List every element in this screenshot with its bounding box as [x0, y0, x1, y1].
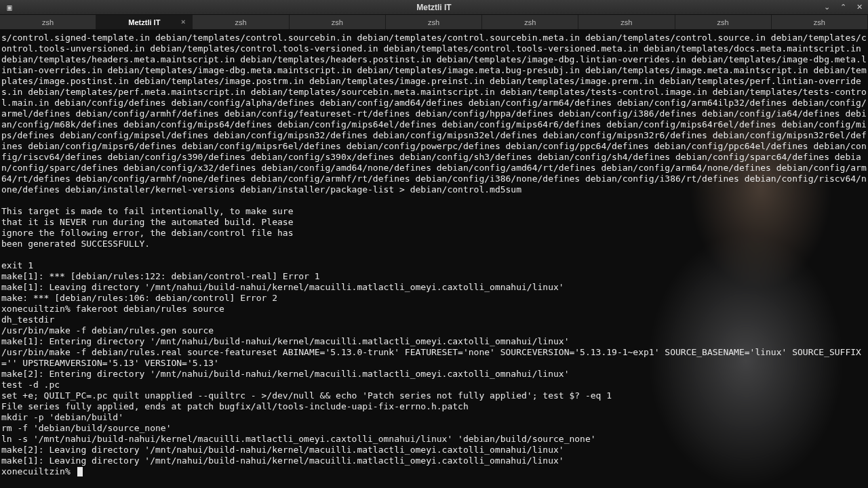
- output-line: This target is made to fail intentionall…: [1, 206, 293, 216]
- output-line: File series fully applied, ends at patch…: [1, 401, 469, 411]
- output-line: make[1]: Leaving directory '/mnt/nahui/b…: [1, 282, 564, 292]
- output-line: make[2]: Leaving directory '/mnt/nahui/b…: [1, 445, 564, 455]
- tab-bar: zsh Metztli IT × zsh zsh zsh zsh zsh zsh…: [0, 15, 868, 30]
- tab-label: zsh: [814, 18, 825, 26]
- window-title: Metztli IT: [416, 3, 451, 12]
- tab-zsh-2[interactable]: zsh: [193, 15, 289, 29]
- output-line: make[2]: Entering directory '/mnt/nahui/…: [1, 369, 569, 379]
- output-line: ignore the following error, the debian/c…: [1, 228, 293, 238]
- tab-zsh-5[interactable]: zsh: [482, 15, 578, 29]
- tab-metztli-active[interactable]: Metztli IT ×: [96, 15, 193, 29]
- terminal-output: s/control.signed-template.in debian/temp…: [0, 30, 868, 477]
- tab-label: zsh: [717, 18, 729, 26]
- titlebar: ▣ Metztli IT ⌄ ⌃ ✕: [0, 0, 868, 15]
- tab-label: zsh: [524, 18, 536, 26]
- close-icon[interactable]: ×: [181, 18, 185, 26]
- tab-zsh-7[interactable]: zsh: [675, 15, 772, 29]
- tab-zsh-8[interactable]: zsh: [772, 15, 868, 29]
- output-line: ln -s '/mnt/nahui/build-nahui/kernel/mac…: [1, 434, 596, 444]
- output-line: exit 1: [1, 260, 33, 270]
- app-icon: ▣: [4, 2, 15, 13]
- tab-zsh-4[interactable]: zsh: [386, 15, 482, 29]
- terminal-viewport[interactable]: s/control.signed-template.in debian/temp…: [0, 30, 868, 488]
- output-line: make[1]: *** [debian/rules:122: debian/c…: [1, 271, 320, 281]
- output-line: s/control.signed-template.in debian/temp…: [1, 33, 867, 195]
- output-line: dh_testdir: [1, 314, 54, 325]
- output-line: been generated SUCCESSFULLY.: [1, 239, 150, 249]
- maximize-button[interactable]: ⌃: [837, 2, 849, 13]
- output-line: mkdir -p 'debian/build': [1, 412, 123, 422]
- tab-label: zsh: [235, 18, 246, 26]
- window-buttons: ⌄ ⌃ ✕: [821, 0, 865, 14]
- tab-zsh-6[interactable]: zsh: [578, 15, 675, 29]
- output-line: set +e; QUILT_PC=.pc quilt unapplied --q…: [1, 390, 612, 401]
- output-line: make: *** [debian/rules:106: debian/cont…: [1, 293, 277, 303]
- prompt-line: xonecuiltzin%: [1, 466, 76, 476]
- tab-label: zsh: [332, 18, 343, 26]
- tab-zsh-3[interactable]: zsh: [290, 15, 386, 29]
- minimize-button[interactable]: ⌄: [821, 2, 833, 13]
- tab-label: zsh: [42, 18, 54, 26]
- close-button[interactable]: ✕: [853, 2, 865, 13]
- tab-label: Metztli IT: [128, 18, 160, 26]
- output-line: rm -f 'debian/build/source_none': [1, 423, 171, 433]
- tab-label: zsh: [428, 18, 439, 26]
- prompt-line: xonecuiltzin% fakeroot debian/rules sour…: [1, 304, 224, 314]
- output-line: test -d .pc: [1, 380, 60, 390]
- cursor: [77, 467, 83, 476]
- output-line: that it is NEVER run during the automate…: [1, 217, 293, 227]
- output-line: make[1]: Leaving directory '/mnt/nahui/b…: [1, 455, 564, 466]
- output-line: make[1]: Entering directory '/mnt/nahui/…: [1, 336, 569, 346]
- tab-zsh-1[interactable]: zsh: [0, 15, 96, 29]
- output-line: /usr/bin/make -f debian/rules.real sourc…: [1, 347, 861, 368]
- output-line: /usr/bin/make -f debian/rules.gen source: [1, 325, 214, 336]
- tab-label: zsh: [620, 18, 632, 26]
